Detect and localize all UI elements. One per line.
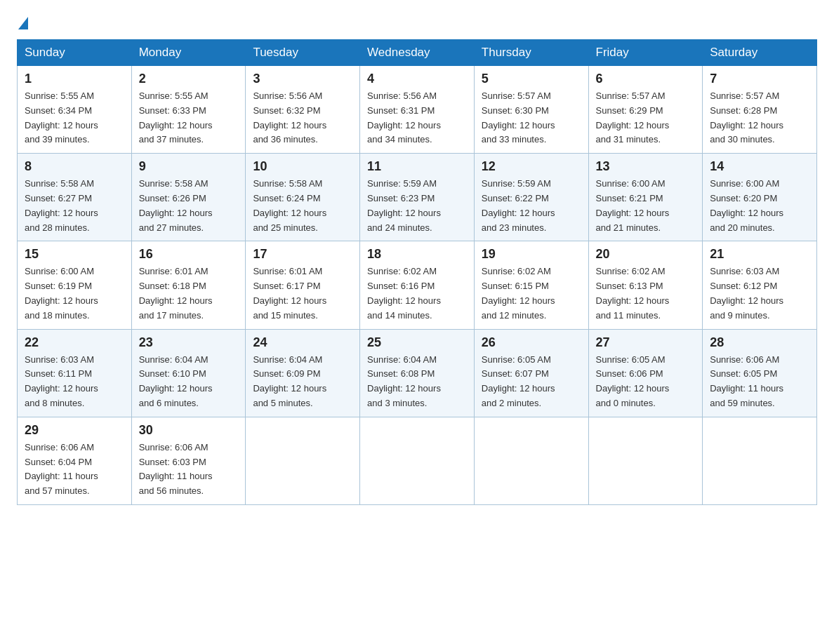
day-info: Sunrise: 5:56 AMSunset: 6:32 PMDaylight:…: [253, 89, 352, 147]
calendar-cell: 6Sunrise: 5:57 AMSunset: 6:29 PMDaylight…: [588, 66, 703, 154]
day-info: Sunrise: 5:58 AMSunset: 6:24 PMDaylight:…: [253, 177, 352, 235]
week-row-2: 8Sunrise: 5:58 AMSunset: 6:27 PMDaylight…: [18, 154, 817, 241]
weekday-header-row: SundayMondayTuesdayWednesdayThursdayFrid…: [18, 40, 817, 66]
weekday-header-sunday: Sunday: [18, 40, 132, 66]
calendar-table: SundayMondayTuesdayWednesdayThursdayFrid…: [17, 39, 817, 505]
week-row-1: 1Sunrise: 5:55 AMSunset: 6:34 PMDaylight…: [18, 66, 817, 154]
day-info: Sunrise: 6:03 AMSunset: 6:11 PMDaylight:…: [25, 353, 124, 411]
calendar-cell: 30Sunrise: 6:06 AMSunset: 6:03 PMDayligh…: [131, 417, 246, 504]
logo-triangle-icon: [18, 17, 28, 29]
calendar-cell: 13Sunrise: 6:00 AMSunset: 6:21 PMDayligh…: [588, 154, 703, 241]
calendar-cell: 19Sunrise: 6:02 AMSunset: 6:15 PMDayligh…: [474, 241, 588, 329]
day-number: 4: [367, 72, 467, 86]
day-number: 15: [25, 247, 124, 262]
day-info: Sunrise: 5:57 AMSunset: 6:28 PMDaylight:…: [710, 89, 809, 147]
calendar-cell: 2Sunrise: 5:55 AMSunset: 6:33 PMDaylight…: [131, 66, 246, 154]
day-info: Sunrise: 6:00 AMSunset: 6:20 PMDaylight:…: [710, 177, 809, 235]
day-info: Sunrise: 5:57 AMSunset: 6:29 PMDaylight:…: [596, 89, 696, 147]
calendar-cell: 16Sunrise: 6:01 AMSunset: 6:18 PMDayligh…: [131, 241, 246, 329]
calendar-cell: [588, 417, 703, 504]
calendar-cell: 4Sunrise: 5:56 AMSunset: 6:31 PMDaylight…: [360, 66, 475, 154]
day-info: Sunrise: 6:04 AMSunset: 6:09 PMDaylight:…: [253, 353, 352, 411]
day-info: Sunrise: 5:59 AMSunset: 6:23 PMDaylight:…: [367, 177, 467, 235]
day-info: Sunrise: 6:04 AMSunset: 6:10 PMDaylight:…: [139, 353, 239, 411]
day-info: Sunrise: 5:57 AMSunset: 6:30 PMDaylight:…: [482, 89, 581, 147]
day-info: Sunrise: 6:06 AMSunset: 6:04 PMDaylight:…: [25, 441, 124, 499]
day-info: Sunrise: 6:01 AMSunset: 6:18 PMDaylight:…: [139, 264, 239, 323]
weekday-header-tuesday: Tuesday: [246, 40, 360, 66]
day-number: 19: [482, 247, 581, 262]
day-info: Sunrise: 5:55 AMSunset: 6:33 PMDaylight:…: [139, 89, 239, 147]
calendar-cell: 10Sunrise: 5:58 AMSunset: 6:24 PMDayligh…: [246, 154, 360, 241]
day-number: 25: [367, 335, 467, 350]
calendar-cell: 17Sunrise: 6:01 AMSunset: 6:17 PMDayligh…: [246, 241, 360, 329]
header: [17, 17, 817, 28]
calendar-cell: 3Sunrise: 5:56 AMSunset: 6:32 PMDaylight…: [246, 66, 360, 154]
day-number: 6: [596, 72, 696, 86]
day-number: 22: [25, 335, 124, 350]
day-number: 11: [367, 159, 467, 174]
day-info: Sunrise: 6:02 AMSunset: 6:16 PMDaylight:…: [367, 264, 467, 323]
day-number: 21: [710, 247, 809, 262]
day-number: 23: [139, 335, 239, 350]
calendar-cell: 14Sunrise: 6:00 AMSunset: 6:20 PMDayligh…: [703, 154, 817, 241]
calendar-cell: 1Sunrise: 5:55 AMSunset: 6:34 PMDaylight…: [18, 66, 132, 154]
day-info: Sunrise: 6:01 AMSunset: 6:17 PMDaylight:…: [253, 264, 352, 323]
calendar-cell: 25Sunrise: 6:04 AMSunset: 6:08 PMDayligh…: [360, 329, 475, 417]
day-info: Sunrise: 5:58 AMSunset: 6:26 PMDaylight:…: [139, 177, 239, 235]
day-info: Sunrise: 5:59 AMSunset: 6:22 PMDaylight:…: [482, 177, 581, 235]
calendar-cell: 9Sunrise: 5:58 AMSunset: 6:26 PMDaylight…: [131, 154, 246, 241]
day-number: 1: [25, 72, 124, 86]
calendar-cell: 18Sunrise: 6:02 AMSunset: 6:16 PMDayligh…: [360, 241, 475, 329]
calendar-cell: [474, 417, 588, 504]
weekday-header-friday: Friday: [588, 40, 703, 66]
weekday-header-thursday: Thursday: [474, 40, 588, 66]
day-info: Sunrise: 6:02 AMSunset: 6:13 PMDaylight:…: [596, 264, 696, 323]
calendar-cell: 11Sunrise: 5:59 AMSunset: 6:23 PMDayligh…: [360, 154, 475, 241]
calendar-cell: 8Sunrise: 5:58 AMSunset: 6:27 PMDaylight…: [18, 154, 132, 241]
day-number: 29: [25, 423, 124, 438]
day-info: Sunrise: 6:03 AMSunset: 6:12 PMDaylight:…: [710, 264, 809, 323]
day-number: 13: [596, 159, 696, 174]
calendar-cell: 27Sunrise: 6:05 AMSunset: 6:06 PMDayligh…: [588, 329, 703, 417]
day-info: Sunrise: 6:04 AMSunset: 6:08 PMDaylight:…: [367, 353, 467, 411]
logo: [17, 17, 28, 28]
day-info: Sunrise: 6:00 AMSunset: 6:19 PMDaylight:…: [25, 264, 124, 323]
calendar-cell: 22Sunrise: 6:03 AMSunset: 6:11 PMDayligh…: [18, 329, 132, 417]
calendar-cell: [703, 417, 817, 504]
day-number: 26: [482, 335, 581, 350]
day-number: 24: [253, 335, 352, 350]
day-number: 7: [710, 72, 809, 86]
day-number: 28: [710, 335, 809, 350]
calendar-cell: 26Sunrise: 6:05 AMSunset: 6:07 PMDayligh…: [474, 329, 588, 417]
day-info: Sunrise: 6:05 AMSunset: 6:07 PMDaylight:…: [482, 353, 581, 411]
weekday-header-monday: Monday: [131, 40, 246, 66]
week-row-5: 29Sunrise: 6:06 AMSunset: 6:04 PMDayligh…: [18, 417, 817, 504]
calendar-cell: 12Sunrise: 5:59 AMSunset: 6:22 PMDayligh…: [474, 154, 588, 241]
calendar-cell: 29Sunrise: 6:06 AMSunset: 6:04 PMDayligh…: [18, 417, 132, 504]
day-number: 10: [253, 159, 352, 174]
weekday-header-wednesday: Wednesday: [360, 40, 475, 66]
calendar-cell: 7Sunrise: 5:57 AMSunset: 6:28 PMDaylight…: [703, 66, 817, 154]
day-info: Sunrise: 6:06 AMSunset: 6:03 PMDaylight:…: [139, 441, 239, 499]
day-number: 14: [710, 159, 809, 174]
day-number: 16: [139, 247, 239, 262]
day-number: 9: [139, 159, 239, 174]
week-row-4: 22Sunrise: 6:03 AMSunset: 6:11 PMDayligh…: [18, 329, 817, 417]
calendar-cell: 5Sunrise: 5:57 AMSunset: 6:30 PMDaylight…: [474, 66, 588, 154]
calendar-cell: [246, 417, 360, 504]
calendar-cell: [360, 417, 475, 504]
day-info: Sunrise: 6:05 AMSunset: 6:06 PMDaylight:…: [596, 353, 696, 411]
day-info: Sunrise: 5:56 AMSunset: 6:31 PMDaylight:…: [367, 89, 467, 147]
day-info: Sunrise: 5:58 AMSunset: 6:27 PMDaylight:…: [25, 177, 124, 235]
day-number: 27: [596, 335, 696, 350]
day-number: 12: [482, 159, 581, 174]
day-number: 30: [139, 423, 239, 438]
day-number: 18: [367, 247, 467, 262]
day-number: 5: [482, 72, 581, 86]
calendar-cell: 15Sunrise: 6:00 AMSunset: 6:19 PMDayligh…: [18, 241, 132, 329]
day-number: 8: [25, 159, 124, 174]
calendar-cell: 21Sunrise: 6:03 AMSunset: 6:12 PMDayligh…: [703, 241, 817, 329]
day-info: Sunrise: 6:06 AMSunset: 6:05 PMDaylight:…: [710, 353, 809, 411]
day-number: 17: [253, 247, 352, 262]
